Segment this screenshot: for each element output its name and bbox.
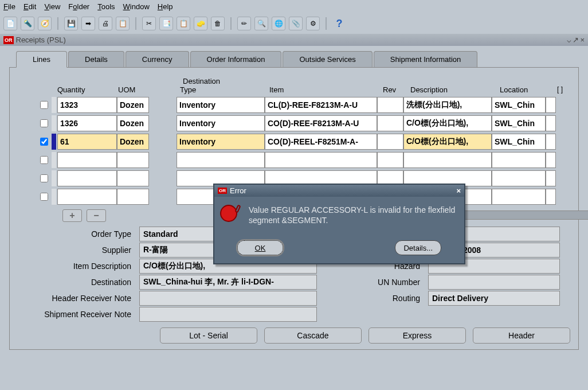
description-input[interactable] [403,115,492,131]
item-input[interactable] [265,115,377,131]
menu-view[interactable]: View [44,2,60,11]
routing-label: Routing [357,294,420,303]
express-button[interactable]: Express [369,327,466,344]
tool-new[interactable]: 📄 [3,17,17,30]
lot-serial-button[interactable]: Lot - Serial [160,327,257,344]
tool-cut[interactable]: ✂ [142,17,156,30]
remove-row-button[interactable]: − [87,209,106,222]
uom-input[interactable] [117,97,149,113]
dest-type-input[interactable] [177,115,265,131]
shipment-recv-field[interactable] [139,307,317,322]
flex-input[interactable] [546,189,556,205]
tab-details[interactable]: Details [68,51,124,68]
quantity-input[interactable] [57,134,117,150]
window-restore-icon[interactable]: ↗ [573,36,579,44]
rev-input[interactable] [377,97,403,113]
row-checkbox[interactable] [40,193,48,201]
row-checkbox[interactable] [40,119,48,127]
row-checkbox[interactable] [40,101,48,109]
tool-edit[interactable]: ✏ [237,17,251,30]
description-input[interactable] [403,152,492,168]
tool-zoom[interactable]: 🔍 [254,17,268,30]
flex-input[interactable] [546,170,556,186]
un-number-field[interactable] [428,275,560,290]
tool-translate[interactable]: 🌐 [272,17,285,30]
tool-attach[interactable]: 📎 [289,17,303,30]
dest-type-input[interactable] [177,97,265,113]
header-button[interactable]: Header [473,327,570,344]
quantity-input[interactable] [57,152,117,168]
tab-outside-services[interactable]: Outside Services [283,51,372,68]
flex-input[interactable] [546,152,556,168]
uom-input[interactable] [117,134,149,150]
flex-input[interactable] [546,115,556,131]
uom-input[interactable] [117,170,149,186]
tool-clear[interactable]: 🧽 [194,17,207,30]
tool-delete[interactable]: 🗑 [211,17,225,30]
ok-button[interactable]: OK [237,240,283,255]
item-input[interactable] [265,134,377,150]
menu-tools[interactable]: Tools [97,2,115,11]
col-description: Description [410,85,500,96]
add-row-button[interactable]: + [62,209,82,222]
tool-print[interactable]: 🖨 [99,17,112,30]
description-input[interactable] [403,97,492,113]
location-input[interactable] [492,152,546,168]
header-recv-field[interactable] [139,291,317,306]
tool-folder[interactable]: ⚙ [306,17,320,30]
tool-save[interactable]: 💾 [64,17,78,30]
destination-field[interactable] [139,275,317,290]
location-input[interactable] [492,170,546,186]
row-checkbox[interactable] [40,138,48,146]
tool-next[interactable]: ➡ [81,17,95,30]
menu-help[interactable]: Help [158,2,173,11]
flex-input[interactable] [546,97,556,113]
quantity-input[interactable] [57,97,117,113]
menu-file[interactable]: File [3,2,15,11]
rev-input[interactable] [377,134,403,150]
uom-input[interactable] [117,115,149,131]
error-titlebar[interactable]: OR Error × [214,185,464,197]
tool-paste[interactable]: 📋 [177,17,190,30]
window-close-icon[interactable]: × [580,36,585,44]
tool-nav[interactable]: 🧭 [38,17,52,30]
quantity-input[interactable] [57,170,117,186]
menu-folder[interactable]: Folder [68,2,89,11]
menu-window[interactable]: Window [123,2,150,11]
row-indicator [52,97,56,113]
flex-input[interactable] [546,134,556,150]
location-input[interactable] [492,115,546,131]
quantity-input[interactable] [57,115,117,131]
tab-order-info[interactable]: Order Information [190,51,282,68]
tool-help[interactable]: ? [332,17,346,30]
col-dest-type: Type [180,85,269,96]
window-min-icon[interactable]: ⌵ [567,36,571,44]
tool-close[interactable]: 📋 [116,17,130,30]
tab-currency[interactable]: Currency [126,51,189,68]
dest-type-input[interactable] [177,134,265,150]
dest-type-input[interactable] [177,152,265,168]
details-button[interactable]: Details... [395,240,441,255]
row-checkbox[interactable] [40,156,48,164]
row-checkbox[interactable] [40,174,48,182]
uom-input[interactable] [117,189,149,205]
cascade-button[interactable]: Cascade [264,327,362,344]
col-quantity: Quantity [57,85,118,96]
tab-shipment-info[interactable]: Shipment Information [374,51,478,68]
menu-edit[interactable]: Edit [23,2,36,11]
uom-input[interactable] [117,152,149,168]
rev-input[interactable] [377,115,403,131]
tool-copy[interactable]: 📑 [159,17,173,30]
tab-lines[interactable]: Lines [16,51,67,68]
item-input[interactable] [265,152,377,168]
item-input[interactable] [265,97,377,113]
close-icon[interactable]: × [456,186,461,195]
location-input[interactable] [492,134,546,150]
tool-find[interactable]: 🔦 [21,17,34,30]
routing-field[interactable] [428,291,560,306]
description-input[interactable] [403,134,492,150]
quantity-input[interactable] [57,189,117,205]
location-input[interactable] [492,189,546,205]
location-input[interactable] [492,97,546,113]
rev-input[interactable] [377,152,403,168]
